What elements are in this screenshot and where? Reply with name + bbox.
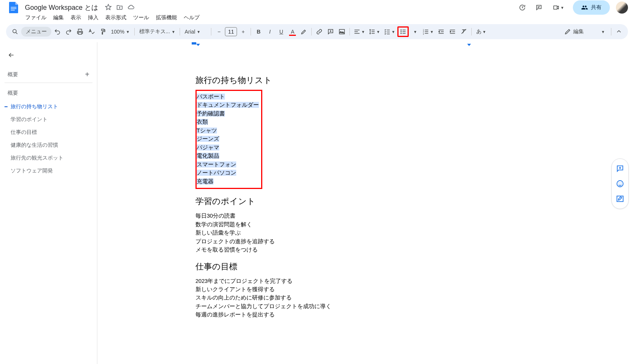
header-right: ▼ 共有 bbox=[517, 0, 628, 15]
doc-line[interactable]: 新しいクライアントを獲得する bbox=[195, 285, 460, 293]
menu-edit[interactable]: 編集 bbox=[51, 13, 66, 23]
svg-point-3 bbox=[13, 29, 16, 33]
menu-insert[interactable]: 挿入 bbox=[85, 13, 101, 23]
doc-line[interactable]: ノートパソコン bbox=[197, 169, 259, 177]
font-size-input[interactable]: 11 bbox=[225, 27, 237, 36]
spellcheck-icon[interactable] bbox=[86, 26, 97, 37]
doc-line[interactable]: ドキュメントフォルダー bbox=[197, 101, 259, 109]
outline-item[interactable]: 仕事の目標 bbox=[5, 126, 92, 139]
menu-extensions[interactable]: 拡張機能 bbox=[153, 13, 180, 23]
image-icon[interactable] bbox=[337, 26, 347, 37]
doc-line[interactable]: 毎日30分の読書 bbox=[195, 212, 460, 220]
line-spacing-icon[interactable]: ▼ bbox=[367, 26, 382, 37]
comment-icon[interactable] bbox=[534, 2, 544, 13]
doc-line[interactable]: パスポート bbox=[197, 92, 259, 101]
edit-mode-select[interactable]: 編集 ▼ bbox=[560, 27, 609, 37]
meet-icon[interactable]: ▼ bbox=[550, 2, 567, 13]
outline-item[interactable]: 健康的な生活の習慣 bbox=[5, 139, 92, 152]
doc-line[interactable]: ジーンズ bbox=[197, 135, 259, 143]
doc-line[interactable]: スキルの向上のために研修に参加する bbox=[195, 293, 460, 302]
outline-item[interactable]: 旅行の持ち物リスト bbox=[5, 100, 92, 113]
menu-format[interactable]: 表示形式 bbox=[103, 13, 129, 23]
paragraph-style-select[interactable]: 標準テキス...▼ bbox=[137, 28, 178, 35]
move-icon[interactable] bbox=[116, 4, 123, 12]
doc-line[interactable]: メモを取る習慣をつける bbox=[195, 246, 460, 254]
bulleted-list-dropdown[interactable]: ▼ bbox=[409, 26, 420, 37]
bold-icon[interactable]: B bbox=[253, 26, 264, 37]
ruler-marker-indent[interactable] bbox=[196, 44, 200, 46]
clear-format-icon[interactable] bbox=[459, 26, 469, 37]
ruler-marker-right[interactable] bbox=[467, 44, 471, 46]
doc-line[interactable]: スマートフォン bbox=[197, 160, 259, 169]
section-heading[interactable]: 旅行の持ち物リスト bbox=[195, 75, 460, 86]
outline-item[interactable]: 旅行先の観光スポット bbox=[5, 152, 92, 164]
pencil-icon bbox=[564, 28, 571, 35]
document-area[interactable]: 旅行の持ち物リストパスポートドキュメントフォルダー予約確認書衣類Tシャツジーンズ… bbox=[97, 42, 634, 364]
emoji-side-icon[interactable] bbox=[613, 177, 627, 190]
ruler-marker-left[interactable] bbox=[192, 42, 196, 45]
paint-format-icon[interactable] bbox=[97, 26, 108, 37]
link-icon[interactable] bbox=[314, 26, 325, 37]
italic-icon[interactable]: I bbox=[265, 26, 275, 37]
outline-sidebar: 概要 + 概要 旅行の持ち物リスト学習のポイント仕事の目標健康的な生活の習慣旅行… bbox=[0, 42, 97, 364]
checklist-icon[interactable]: ▼ bbox=[382, 26, 397, 37]
numbered-list-icon[interactable]: 123▼ bbox=[421, 26, 435, 37]
svg-point-6 bbox=[401, 31, 402, 32]
underline-icon[interactable]: U bbox=[276, 26, 286, 37]
doc-line[interactable]: 電化製品 bbox=[197, 152, 259, 160]
menu-view[interactable]: 表示 bbox=[68, 13, 84, 23]
add-comment-icon[interactable] bbox=[325, 26, 336, 37]
add-summary-icon[interactable]: + bbox=[85, 70, 89, 79]
add-comment-side-icon[interactable] bbox=[613, 162, 627, 175]
ime-label: あ bbox=[476, 28, 482, 35]
suggest-side-icon[interactable] bbox=[613, 192, 627, 206]
menu-tools[interactable]: ツール bbox=[131, 13, 152, 23]
doc-line[interactable]: パジャマ bbox=[197, 143, 259, 152]
menu-pill[interactable]: メニュー bbox=[21, 27, 51, 37]
doc-line[interactable]: 新しい語彙を学ぶ bbox=[195, 229, 460, 237]
input-tools-icon[interactable]: あ▼ bbox=[474, 26, 488, 37]
doc-line[interactable]: 予約確認書 bbox=[197, 109, 259, 118]
font-select[interactable]: Arial▼ bbox=[182, 29, 209, 35]
collapse-toolbar-icon[interactable] bbox=[614, 26, 624, 37]
doc-line[interactable]: 2023年までにプロジェクトを完了する bbox=[195, 277, 460, 285]
font-increase-icon[interactable]: + bbox=[238, 26, 248, 37]
zoom-select[interactable]: 100%▼ bbox=[109, 29, 132, 35]
bulleted-list-icon[interactable] bbox=[397, 26, 409, 37]
align-icon[interactable]: ▼ bbox=[352, 26, 366, 37]
doc-line[interactable]: 衣類 bbox=[197, 118, 259, 126]
highlight-icon[interactable] bbox=[299, 26, 309, 37]
outline-item[interactable]: 学習のポイント bbox=[5, 113, 92, 126]
doc-line[interactable]: Tシャツ bbox=[197, 126, 259, 135]
doc-line[interactable]: プロジェクトの進捗を追跡する bbox=[195, 237, 460, 246]
redo-icon[interactable] bbox=[63, 26, 74, 37]
user-avatar[interactable] bbox=[616, 2, 628, 14]
ruler[interactable] bbox=[180, 42, 475, 46]
undo-icon[interactable] bbox=[52, 26, 63, 37]
section-heading[interactable]: 仕事の目標 bbox=[195, 261, 460, 272]
history-icon[interactable] bbox=[517, 2, 528, 13]
doc-line[interactable]: 数学の演習問題を解く bbox=[195, 220, 460, 229]
back-arrow-icon[interactable] bbox=[5, 48, 18, 62]
indent-increase-icon[interactable] bbox=[447, 26, 458, 37]
menu-file[interactable]: ファイル bbox=[23, 13, 49, 23]
docs-logo[interactable] bbox=[6, 0, 21, 15]
font-decrease-icon[interactable]: − bbox=[214, 26, 224, 37]
outline-summary[interactable]: 概要 bbox=[5, 86, 92, 100]
print-icon[interactable] bbox=[75, 26, 85, 37]
outline-item[interactable]: ソフトウェア開発 bbox=[5, 164, 92, 177]
svg-point-13 bbox=[621, 183, 622, 183]
doc-line[interactable]: チームメンバーと協力してプロジェクトを成功に導く bbox=[195, 302, 460, 310]
menu-help[interactable]: ヘルプ bbox=[181, 13, 202, 23]
text-color-icon[interactable]: A bbox=[287, 26, 298, 37]
search-icon[interactable] bbox=[10, 26, 20, 37]
share-button[interactable]: 共有 bbox=[573, 0, 610, 15]
document-page[interactable]: 旅行の持ち物リストパスポートドキュメントフォルダー予約確認書衣類Tシャツジーンズ… bbox=[180, 49, 475, 338]
indent-decrease-icon[interactable] bbox=[436, 26, 446, 37]
star-icon[interactable] bbox=[105, 4, 112, 12]
doc-line[interactable]: 毎週の進捗レポートを提出する bbox=[195, 310, 460, 319]
section-heading[interactable]: 学習のポイント bbox=[195, 196, 460, 207]
doc-line[interactable]: 充電器 bbox=[197, 177, 259, 186]
document-title[interactable]: Google Workspace とは bbox=[23, 2, 100, 13]
cloud-icon[interactable] bbox=[128, 4, 134, 12]
